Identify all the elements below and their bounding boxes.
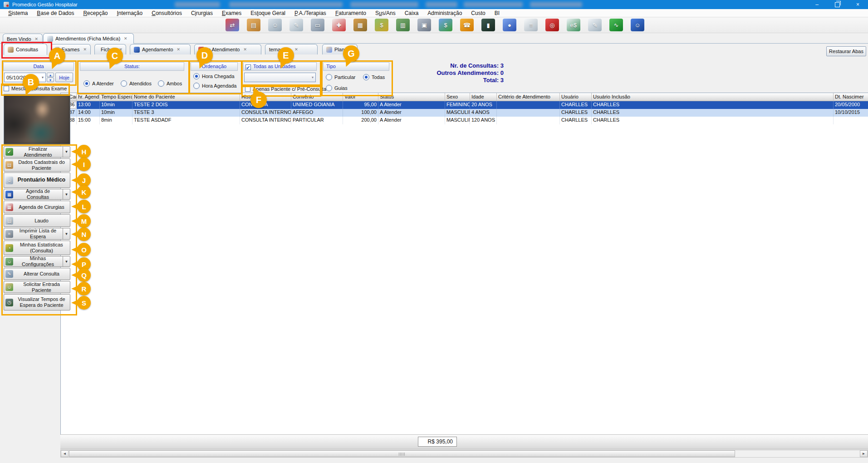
restore-tabs-button[interactable]: Restaurar Abas [826,46,866,56]
date-spin-down-button[interactable]: ▼ [47,78,54,82]
safe-icon[interactable]: ▣ [417,19,431,31]
menu-item-sus-ans[interactable]: Sus/Ans [371,10,400,16]
menu-item-estoque-geral[interactable]: Estoque Geral [246,10,290,16]
menu-item-administra-o[interactable]: Administração [423,10,466,16]
sidebar-button-visualizar-tempos-de-espera-do-paciente[interactable]: ◷Visualizar Tempos de Espera do Paciente [4,294,70,310]
sidebar-button-alterar-consulta[interactable]: ✎Alterar Consulta [4,268,70,280]
professional-icon[interactable]: ☺ [268,19,282,31]
column-header-usu-rio-inclus-o[interactable]: Usuário Inclusão [592,93,834,101]
phone-book-icon[interactable]: ☎ [460,19,474,31]
column-header-dt-nascimer[interactable]: Dt. Nascimer [834,93,868,101]
sidebar-button-solicitar-entrada-paciente[interactable]: ☺Solicitar Entrada Paciente [4,281,70,293]
status-option-ambos[interactable]: Ambos [158,80,182,87]
checkbox-icon[interactable] [245,86,250,92]
radio-icon[interactable] [363,74,369,80]
tab-close-icon[interactable]: ✕ [177,47,181,52]
sidebar-button-laudo[interactable]: ▤Laudo [4,214,70,227]
date-dropdown-icon[interactable]: ▾ [42,75,44,79]
restore-button[interactable] [827,0,848,9]
tipo-option-todas[interactable]: Todas [363,74,385,80]
radio-icon[interactable] [193,73,200,79]
sidebar-button-imprimir-lista-de-espera[interactable]: ≡Imprimir Lista de Espera▼ [4,228,70,240]
chat-sphere-icon[interactable]: ● [503,19,516,31]
dropdown-arrow-icon[interactable]: ▼ [63,228,70,239]
menu-item-caixa[interactable]: Caixa [400,10,423,16]
sidebar-button-agenda-de-cirurgias[interactable]: ▦Agenda de Cirurgias [4,201,70,213]
status-option-a-atender[interactable]: A Atender [83,80,114,87]
menu-item-exames[interactable]: Exames [217,10,246,16]
radio-icon[interactable] [326,74,332,80]
column-header-tempo-espera[interactable]: Tempo Espera [100,93,132,101]
dropdown-arrow-icon[interactable]: ▼ [63,147,70,157]
billing-chart-icon[interactable]: $ [439,19,452,31]
column-header-sexo[interactable]: Sexo [445,93,470,101]
radio-icon[interactable] [83,80,90,87]
unidade-select[interactable]: ▾ [244,73,316,82]
tab-atendimentos-ficha-m-dica[interactable]: Atendimentos (Ficha Médica)✕ [43,33,134,44]
radio-icon[interactable] [158,80,164,87]
menu-item-interna-o[interactable]: Internação [112,10,147,16]
chevron-down-icon[interactable]: ▾ [312,75,314,79]
scroll-left-arrow[interactable]: ◄ [61,450,69,457]
power-icon[interactable]: ◎ [545,19,559,31]
status-option-atendidos[interactable]: Atendidos [121,80,152,87]
patient-log-icon[interactable]: ☺ [631,19,644,31]
patient-folder-icon[interactable]: ▤ [247,19,260,31]
column-header-hr-agend[interactable]: hr. Agend. [77,93,100,101]
menu-item-base-de-dados[interactable]: Base de Dados [32,10,78,16]
scroll-right-arrow[interactable]: ► [860,450,868,457]
ambulance-icon[interactable]: ✚ [332,19,346,31]
tab-close-icon[interactable]: ✕ [243,47,247,52]
patient-transfer-icon[interactable]: ⇄ [226,19,239,31]
menu-item-cirurgias[interactable]: Cirurgias [186,10,217,16]
table-row[interactable]: 12:3613:0010minTESTE 2 DOISCONSULTAUNIME… [61,101,868,109]
close-button[interactable]: × [848,0,868,9]
menu-item-bi[interactable]: BI [490,10,504,16]
sidebar-button-minhas-configura-es[interactable]: ☺Minhas Configurações▼ [4,256,70,267]
tab-close-icon[interactable]: ✕ [35,37,39,41]
tab-close-icon[interactable]: ✕ [124,36,128,41]
report-list-icon[interactable]: ≡ [524,19,538,31]
dropdown-arrow-icon[interactable]: ▼ [63,256,70,266]
sidebar-button-prontu-rio-m-dico[interactable]: ☺Prontuário Médico [4,172,70,188]
column-header-crit-rio-de-atendimento[interactable]: Critério de Atendimento [497,93,560,101]
column-header-nome-do-paciente[interactable]: Nome do Paciente [132,93,240,101]
column-header-conv-nio[interactable]: Convênio [291,93,343,101]
sidebar-button-minhas-estat-sticas-consulta[interactable]: ◔Minhas Estatísticas (Consulta) [4,241,70,255]
sidebar-button-agenda-de-consultas[interactable]: ▦Agenda de Consultas▼ [4,189,70,200]
ordenacao-option-hora-agendada[interactable]: Hora Agendada [193,83,236,89]
contract-icon[interactable]: ✎ [588,19,602,31]
todas-unidades-checkbox[interactable]: Todas as Unidades [245,63,296,70]
tipo-option-particular[interactable]: Particular [326,74,355,80]
revenue-up-icon[interactable]: $ [375,19,388,31]
date-spin-up-button[interactable]: ▲ [47,73,54,77]
e-billing-icon[interactable]: e$ [567,19,580,31]
supplies-icon[interactable]: ▦ [353,19,367,31]
tab-bem-vindo[interactable]: Bem Vindo✕ [3,34,43,44]
radio-icon[interactable] [193,83,200,89]
menu-item-custo[interactable]: Custo [466,10,490,16]
radio-icon[interactable] [121,80,127,87]
radio-icon[interactable] [326,85,332,91]
ledger-book-icon[interactable]: ▮ [481,19,495,31]
dropdown-arrow-icon[interactable]: ▼ [63,189,70,199]
menu-item-sistema[interactable]: Sistema [4,10,32,16]
tab-close-icon[interactable]: ✕ [83,47,87,52]
column-header-usu-rio[interactable]: Usuário [560,93,592,101]
minimize-button[interactable]: – [807,0,827,9]
subtab-agendamento[interactable]: Agendamento✕ [130,44,191,54]
column-header-idade[interactable]: Idade [470,93,497,101]
menu-item-consult-rios[interactable]: Consultórios [147,10,186,16]
column-header-status[interactable]: Status [378,93,445,101]
scrollbar-thumb[interactable] [69,450,735,457]
ordenacao-option-hora-chegada[interactable]: Hora Chegada [193,73,235,79]
tab-close-icon[interactable]: ✕ [294,47,298,52]
checkbox-icon[interactable] [245,64,251,70]
medical-record-icon[interactable]: ✎ [289,19,303,31]
menu-item-p-a-terapias[interactable]: P.A./Terapias [290,10,331,16]
table-row[interactable]: 12:3714:0010minTESTE 3CONSULTA INTERNOAF… [61,109,868,117]
sidebar-button-dados-cadastrais-do-paciente[interactable]: ▤Dados Cadastrais do Paciente [4,158,70,172]
subtab-consultas[interactable]: Consultas [4,44,47,55]
horizontal-scrollbar[interactable]: ◄ ► [60,450,868,458]
today-button[interactable]: Hoje [55,73,73,82]
